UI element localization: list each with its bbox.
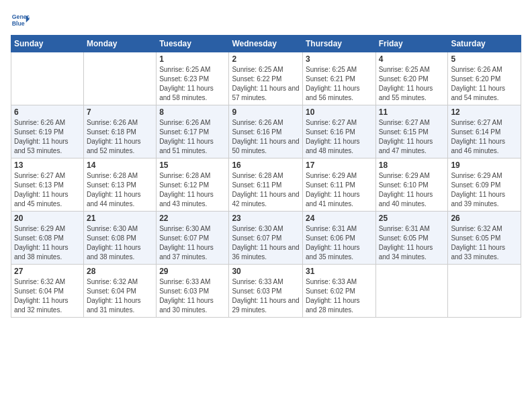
weekday-header-friday: Friday [375,36,448,52]
calendar-cell: 31Sunrise: 6:33 AM Sunset: 6:02 PM Dayli… [302,265,375,318]
day-info: Sunrise: 6:29 AM Sunset: 6:10 PM Dayligh… [379,171,445,209]
day-number: 8 [159,107,226,117]
calendar-cell: 23Sunrise: 6:30 AM Sunset: 6:07 PM Dayli… [229,212,303,265]
calendar-cell: 17Sunrise: 6:29 AM Sunset: 6:11 PM Dayli… [302,158,375,212]
day-info: Sunrise: 6:30 AM Sunset: 6:08 PM Dayligh… [87,224,153,262]
day-number: 7 [87,107,153,117]
day-info: Sunrise: 6:26 AM Sunset: 6:19 PM Dayligh… [14,118,81,156]
day-number: 29 [159,267,226,276]
day-number: 15 [159,161,226,170]
day-info: Sunrise: 6:29 AM Sunset: 6:09 PM Dayligh… [451,171,518,209]
day-info: Sunrise: 6:26 AM Sunset: 6:20 PM Dayligh… [451,65,518,103]
calendar-table: SundayMondayTuesdayWednesdayThursdayFrid… [11,35,521,318]
day-info: Sunrise: 6:27 AM Sunset: 6:14 PM Dayligh… [451,118,518,156]
day-info: Sunrise: 6:29 AM Sunset: 6:11 PM Dayligh… [306,171,373,209]
day-number: 14 [87,161,153,170]
day-number: 3 [306,54,373,64]
day-number: 11 [379,107,445,117]
logo-icon: General Blue [11,11,30,30]
day-info: Sunrise: 6:29 AM Sunset: 6:08 PM Dayligh… [14,224,81,262]
day-info: Sunrise: 6:28 AM Sunset: 6:11 PM Dayligh… [232,171,300,209]
day-info: Sunrise: 6:26 AM Sunset: 6:18 PM Dayligh… [87,118,153,156]
day-info: Sunrise: 6:25 AM Sunset: 6:21 PM Dayligh… [306,65,373,103]
calendar-cell: 24Sunrise: 6:31 AM Sunset: 6:06 PM Dayli… [302,212,375,265]
day-info: Sunrise: 6:26 AM Sunset: 6:16 PM Dayligh… [232,118,300,156]
day-number: 10 [306,107,373,117]
calendar-cell: 1Sunrise: 6:25 AM Sunset: 6:23 PM Daylig… [157,52,229,105]
day-info: Sunrise: 6:28 AM Sunset: 6:12 PM Dayligh… [159,171,226,209]
calendar-cell: 16Sunrise: 6:28 AM Sunset: 6:11 PM Dayli… [229,158,303,212]
day-info: Sunrise: 6:25 AM Sunset: 6:23 PM Dayligh… [159,65,226,103]
day-info: Sunrise: 6:32 AM Sunset: 6:04 PM Dayligh… [87,277,153,315]
weekday-header-wednesday: Wednesday [229,36,303,52]
calendar-cell: 21Sunrise: 6:30 AM Sunset: 6:08 PM Dayli… [84,212,157,265]
logo: General Blue [11,11,30,30]
day-number: 22 [159,214,226,223]
weekday-header-tuesday: Tuesday [157,36,229,52]
calendar-cell: 10Sunrise: 6:27 AM Sunset: 6:16 PM Dayli… [302,105,375,158]
calendar-cell: 9Sunrise: 6:26 AM Sunset: 6:16 PM Daylig… [229,105,303,158]
day-number: 31 [306,267,373,276]
calendar-cell: 26Sunrise: 6:32 AM Sunset: 6:05 PM Dayli… [448,212,521,265]
day-number: 6 [14,107,81,117]
calendar-cell [448,265,521,318]
calendar-cell: 22Sunrise: 6:30 AM Sunset: 6:07 PM Dayli… [157,212,229,265]
day-info: Sunrise: 6:25 AM Sunset: 6:20 PM Dayligh… [379,65,445,103]
calendar-cell: 13Sunrise: 6:27 AM Sunset: 6:13 PM Dayli… [11,158,84,212]
day-number: 27 [14,267,81,276]
weekday-header-saturday: Saturday [448,36,521,52]
day-info: Sunrise: 6:26 AM Sunset: 6:17 PM Dayligh… [159,118,226,156]
calendar-cell: 15Sunrise: 6:28 AM Sunset: 6:12 PM Dayli… [157,158,229,212]
day-number: 9 [232,107,300,117]
calendar-cell [375,265,448,318]
calendar-cell: 3Sunrise: 6:25 AM Sunset: 6:21 PM Daylig… [302,52,375,105]
calendar-cell: 6Sunrise: 6:26 AM Sunset: 6:19 PM Daylig… [11,105,84,158]
day-number: 12 [451,107,518,117]
day-number: 26 [451,214,518,223]
day-number: 20 [14,214,81,223]
day-number: 16 [232,161,300,170]
calendar-cell [84,52,157,105]
day-info: Sunrise: 6:31 AM Sunset: 6:05 PM Dayligh… [379,224,445,262]
day-info: Sunrise: 6:33 AM Sunset: 6:02 PM Dayligh… [306,277,373,315]
calendar-cell: 30Sunrise: 6:33 AM Sunset: 6:03 PM Dayli… [229,265,303,318]
day-info: Sunrise: 6:27 AM Sunset: 6:16 PM Dayligh… [306,118,373,156]
weekday-header-sunday: Sunday [11,36,84,52]
day-number: 5 [451,54,518,64]
calendar-cell: 19Sunrise: 6:29 AM Sunset: 6:09 PM Dayli… [448,158,521,212]
calendar-cell: 28Sunrise: 6:32 AM Sunset: 6:04 PM Dayli… [84,265,157,318]
day-number: 18 [379,161,445,170]
day-number: 24 [306,214,373,223]
day-number: 25 [379,214,445,223]
calendar-cell: 2Sunrise: 6:25 AM Sunset: 6:22 PM Daylig… [229,52,303,105]
calendar-cell: 27Sunrise: 6:32 AM Sunset: 6:04 PM Dayli… [11,265,84,318]
day-number: 4 [379,54,445,64]
weekday-header-monday: Monday [84,36,157,52]
calendar-cell: 18Sunrise: 6:29 AM Sunset: 6:10 PM Dayli… [375,158,448,212]
day-info: Sunrise: 6:30 AM Sunset: 6:07 PM Dayligh… [159,224,226,262]
day-number: 1 [159,54,226,64]
day-info: Sunrise: 6:28 AM Sunset: 6:13 PM Dayligh… [87,171,153,209]
day-info: Sunrise: 6:32 AM Sunset: 6:04 PM Dayligh… [14,277,81,315]
day-info: Sunrise: 6:31 AM Sunset: 6:06 PM Dayligh… [306,224,373,262]
calendar-cell: 11Sunrise: 6:27 AM Sunset: 6:15 PM Dayli… [375,105,448,158]
day-info: Sunrise: 6:33 AM Sunset: 6:03 PM Dayligh… [232,277,300,315]
day-info: Sunrise: 6:27 AM Sunset: 6:13 PM Dayligh… [14,171,81,209]
day-number: 30 [232,267,300,276]
day-info: Sunrise: 6:27 AM Sunset: 6:15 PM Dayligh… [379,118,445,156]
day-number: 28 [87,267,153,276]
calendar-cell [11,52,84,105]
day-number: 23 [232,214,300,223]
day-number: 21 [87,214,153,223]
calendar-cell: 20Sunrise: 6:29 AM Sunset: 6:08 PM Dayli… [11,212,84,265]
calendar-cell: 7Sunrise: 6:26 AM Sunset: 6:18 PM Daylig… [84,105,157,158]
day-info: Sunrise: 6:32 AM Sunset: 6:05 PM Dayligh… [451,224,518,262]
calendar-cell: 14Sunrise: 6:28 AM Sunset: 6:13 PM Dayli… [84,158,157,212]
day-number: 2 [232,54,300,64]
calendar-cell: 12Sunrise: 6:27 AM Sunset: 6:14 PM Dayli… [448,105,521,158]
day-number: 13 [14,161,81,170]
day-number: 19 [451,161,518,170]
svg-text:Blue: Blue [12,20,25,27]
day-number: 17 [306,161,373,170]
calendar-cell: 5Sunrise: 6:26 AM Sunset: 6:20 PM Daylig… [448,52,521,105]
